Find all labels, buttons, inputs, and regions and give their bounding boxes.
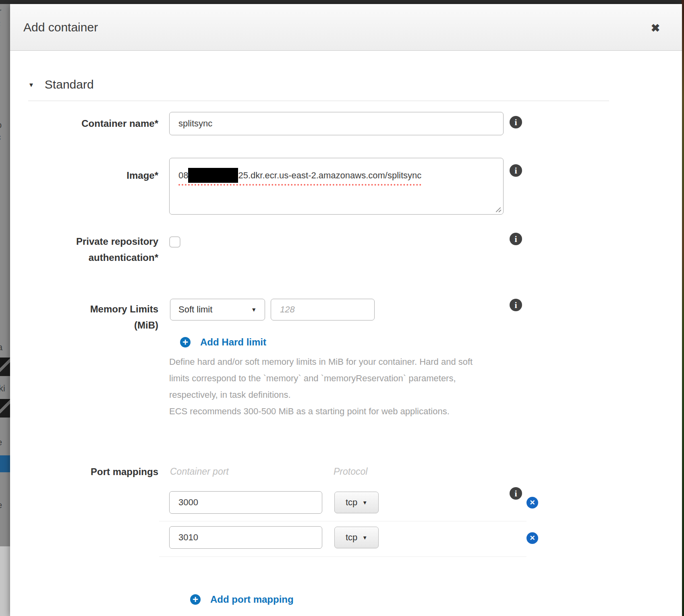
- plus-circle-icon: +: [190, 594, 201, 605]
- port-mappings-label: Port mappings: [26, 464, 158, 480]
- memory-limits-label-line1: Memory Limits: [26, 301, 158, 317]
- background-text-fragment: a: [0, 342, 2, 353]
- container-name-label: Container name*: [26, 116, 158, 132]
- container-port-input[interactable]: [169, 491, 322, 514]
- private-repo-auth-checkbox[interactable]: [169, 236, 180, 248]
- section-title: Standard: [45, 78, 94, 91]
- column-header-container-port: Container port: [170, 466, 229, 477]
- help-line: limits correspond to the `memory` and `m…: [169, 370, 504, 387]
- container-port-input[interactable]: [169, 526, 322, 549]
- container-name-info-icon[interactable]: i: [510, 116, 522, 128]
- remove-icon: ✕: [529, 498, 535, 507]
- remove-port-mapping-button[interactable]: ✕: [526, 532, 538, 544]
- info-icon-glyph: i: [514, 488, 517, 499]
- image-value: 0825.dkr.ecr.us-east-2.amazonaws.com/spl…: [178, 168, 421, 186]
- memory-limit-type-value: Soft limit: [178, 304, 212, 315]
- plus-circle-icon: +: [180, 337, 191, 347]
- section-toggle-standard[interactable]: ▼ Standard: [28, 76, 94, 93]
- background-text-fragment: o: [0, 120, 2, 130]
- image-input[interactable]: 0825.dkr.ecr.us-east-2.amazonaws.com/spl…: [169, 158, 504, 215]
- protocol-select[interactable]: tcp ▼: [334, 492, 379, 513]
- background-text-fragment: e: [0, 437, 2, 448]
- info-icon-glyph: i: [514, 165, 517, 176]
- protocol-select[interactable]: tcp ▼: [334, 527, 379, 548]
- background-text-fragment: c: [0, 132, 1, 143]
- close-icon: ✖: [651, 22, 660, 35]
- info-icon-glyph: i: [514, 117, 517, 128]
- add-port-mapping-link[interactable]: + Add port mapping: [190, 594, 294, 605]
- private-repo-auth-info-icon[interactable]: i: [510, 233, 522, 245]
- port-row-divider: [159, 521, 526, 521]
- background-text-fragment: ki: [0, 383, 5, 394]
- background-text-fragment: ‹: [0, 19, 0, 29]
- caret-down-icon: ▼: [28, 81, 34, 88]
- memory-limit-value-input[interactable]: [271, 299, 375, 320]
- private-repo-auth-label-line2: authentication*: [26, 250, 158, 266]
- background-thumbnail-fragment: [0, 399, 10, 418]
- screenshot-canvas: r ‹ o c a ki e e Add container ✖ ▼ Stand…: [0, 0, 684, 616]
- remove-port-mapping-button[interactable]: ✕: [526, 497, 538, 509]
- protocol-value: tcp: [346, 532, 357, 543]
- chevron-down-icon: ▼: [362, 535, 367, 541]
- protocol-value: tcp: [346, 497, 357, 508]
- add-hard-limit-label: Add Hard limit: [200, 337, 266, 348]
- image-value-prefix: 08: [178, 170, 188, 181]
- chevron-down-icon: ▼: [362, 500, 367, 506]
- port-row-divider: [159, 556, 526, 557]
- image-label: Image*: [26, 167, 158, 184]
- help-line: respectively, in task definitions.: [169, 387, 504, 403]
- background-text-fragment: e: [0, 500, 2, 511]
- section-divider: [28, 101, 609, 101]
- memory-limits-help-text: Define hard and/or soft memory limits in…: [169, 353, 504, 420]
- image-value-suffix: 25.dkr.ecr.us-east-2.amazonaws.com/split…: [238, 170, 421, 181]
- chevron-down-icon: ▼: [251, 306, 257, 313]
- redacted-account-id: [188, 168, 238, 183]
- port-mappings-info-icon[interactable]: i: [510, 487, 522, 500]
- container-name-input[interactable]: [169, 112, 504, 135]
- info-icon-glyph: i: [514, 300, 517, 310]
- background-thumbnail-fragment: [0, 358, 10, 376]
- modal-title: Add container: [23, 4, 98, 51]
- help-line: ECS recommends 300-500 MiB as a starting…: [169, 403, 504, 420]
- memory-limits-label: Memory Limits (MiB): [26, 301, 158, 333]
- help-line: Define hard and/or soft memory limits in…: [169, 353, 504, 370]
- column-header-protocol: Protocol: [334, 466, 367, 477]
- background-text-fragment: r: [0, 6, 1, 17]
- background-button-fragment: [0, 455, 10, 472]
- browser-top-bar: [0, 0, 684, 4]
- background-panel-fragment: [0, 546, 10, 616]
- add-port-mapping-label: Add port mapping: [210, 594, 294, 605]
- modal-header: Add container ✖: [10, 4, 682, 51]
- add-hard-limit-link[interactable]: + Add Hard limit: [180, 337, 266, 348]
- add-container-modal: Add container ✖ ▼ Standard Container nam…: [10, 4, 682, 616]
- remove-icon: ✕: [529, 534, 535, 542]
- private-repo-auth-label: Private repository authentication*: [26, 234, 158, 266]
- image-info-icon[interactable]: i: [510, 164, 522, 177]
- memory-limits-label-line2: (MiB): [26, 317, 158, 333]
- info-icon-glyph: i: [514, 234, 517, 244]
- background-page-left-edge: r ‹ o c a ki e e: [0, 4, 10, 616]
- memory-limit-type-select[interactable]: Soft limit ▼: [170, 299, 265, 320]
- private-repo-auth-label-line1: Private repository: [26, 234, 158, 250]
- memory-limits-info-icon[interactable]: i: [510, 299, 522, 311]
- textarea-resize-handle[interactable]: [495, 206, 502, 213]
- close-button[interactable]: ✖: [647, 19, 664, 37]
